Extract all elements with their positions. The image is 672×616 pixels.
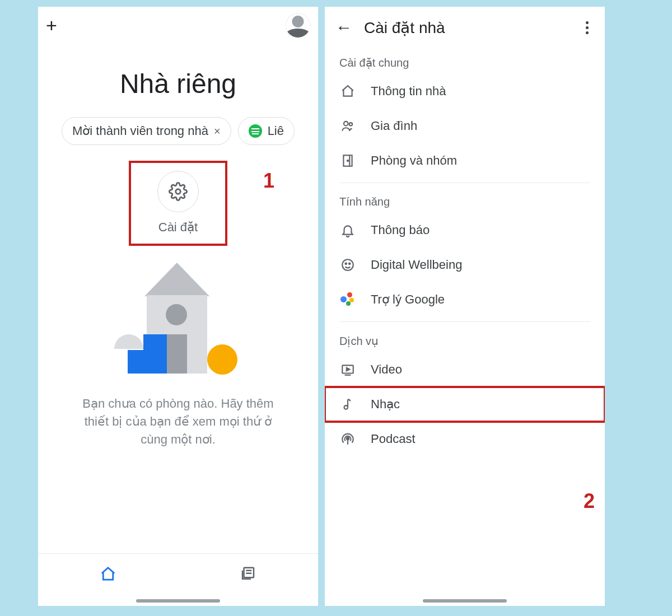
row-wellbeing[interactable]: Digital Wellbeing: [325, 248, 605, 282]
svg-point-6: [342, 259, 353, 270]
page-title: Cài đặt nhà: [364, 18, 576, 37]
bell-icon: [339, 223, 356, 237]
video-icon: [339, 362, 356, 377]
row-music[interactable]: Nhạc: [325, 387, 605, 422]
avatar[interactable]: [286, 13, 310, 38]
gesture-bar: [136, 599, 220, 603]
callout-1: 1: [263, 169, 274, 193]
row-label: Gia đình: [371, 119, 417, 133]
chip-label: Liê: [268, 124, 284, 138]
gear-icon: [157, 171, 199, 212]
divider: [339, 183, 590, 183]
svg-point-0: [176, 189, 181, 194]
door-icon: [339, 153, 356, 168]
row-label: Podcast: [371, 432, 416, 446]
home-title: Nhà riêng: [38, 68, 318, 99]
svg-point-11: [347, 437, 349, 440]
spotify-icon: [249, 124, 262, 138]
row-label: Digital Wellbeing: [371, 258, 462, 272]
top-bar: +: [38, 7, 318, 44]
row-label: Phòng và nhóm: [371, 153, 457, 168]
phone-settings: ← Cài đặt nhà Cài đặt chung Thông tin nh…: [325, 7, 605, 606]
nav-home[interactable]: [38, 554, 178, 594]
svg-point-5: [347, 160, 348, 161]
gesture-bar: [423, 599, 507, 603]
bottom-nav: [38, 553, 318, 594]
svg-point-2: [344, 122, 348, 126]
close-icon[interactable]: ×: [214, 125, 221, 138]
row-rooms[interactable]: Phòng và nhóm: [325, 143, 605, 178]
settings-label: Cài đặt: [131, 220, 225, 235]
row-home-info[interactable]: Thông tin nhà: [325, 74, 605, 109]
section-general: Cài đặt chung: [325, 48, 605, 74]
nav-feed[interactable]: [178, 554, 318, 594]
empty-message: Bạn chưa có phòng nào. Hãy thêm thiết bị…: [72, 395, 284, 449]
row-notifications[interactable]: Thông báo: [325, 213, 605, 248]
row-label: Nhạc: [371, 397, 400, 412]
phone-home: + Nhà riêng Mời thành viên trong nhà × L…: [38, 7, 318, 606]
row-label: Trợ lý Google: [371, 292, 445, 307]
chip-label: Mời thành viên trong nhà: [72, 124, 208, 138]
svg-point-3: [349, 123, 352, 125]
svg-point-7: [345, 263, 347, 265]
assistant-icon: [339, 292, 356, 307]
settings-tile[interactable]: Cài đặt: [129, 161, 227, 246]
suggestion-chips: Mời thành viên trong nhà × Liê: [38, 117, 318, 145]
chip-link-spotify[interactable]: Liê: [238, 117, 295, 145]
section-features: Tính năng: [325, 188, 605, 213]
more-button[interactable]: [576, 21, 598, 34]
svg-point-8: [349, 263, 351, 265]
row-video[interactable]: Video: [325, 352, 605, 387]
wellbeing-icon: [339, 258, 356, 272]
add-button[interactable]: +: [46, 16, 57, 35]
callout-2: 2: [584, 489, 595, 513]
divider: [339, 321, 590, 322]
app-bar: ← Cài đặt nhà: [325, 7, 605, 48]
back-button[interactable]: ←: [332, 18, 356, 37]
row-podcast[interactable]: Podcast: [325, 422, 605, 456]
home-icon: [339, 84, 356, 99]
chip-invite-member[interactable]: Mời thành viên trong nhà ×: [62, 117, 231, 145]
empty-illustration: [105, 263, 251, 375]
section-services: Dịch vụ: [325, 326, 605, 352]
row-household[interactable]: Gia đình: [325, 109, 605, 143]
row-label: Video: [371, 362, 402, 377]
row-label: Thông tin nhà: [371, 84, 446, 99]
people-icon: [339, 119, 356, 133]
row-label: Thông báo: [371, 223, 430, 237]
podcast-icon: [339, 432, 356, 446]
row-assistant[interactable]: Trợ lý Google: [325, 282, 605, 317]
svg-point-10: [344, 405, 348, 409]
music-icon: [339, 397, 356, 412]
